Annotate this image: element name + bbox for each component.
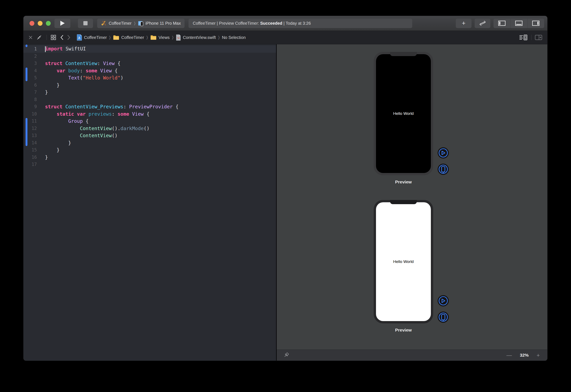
minimize-editor-button[interactable] xyxy=(36,35,42,40)
code-line-7[interactable]: 7} xyxy=(23,89,276,96)
forward-button[interactable] xyxy=(67,35,71,40)
toolbar: CoffeeTimer 〉 iPhone 11 Pro Max CoffeeTi… xyxy=(23,16,547,31)
toolbar-right-buttons: + xyxy=(456,19,544,28)
device-icon xyxy=(138,20,143,26)
close-icon xyxy=(29,35,33,40)
line-number[interactable]: 16 xyxy=(23,155,41,160)
preview-phone-dark[interactable]: Hello World xyxy=(374,52,433,175)
preview-screen-text: Hello World xyxy=(393,111,414,116)
close-window-button[interactable] xyxy=(30,21,34,26)
stop-button[interactable] xyxy=(78,19,93,28)
line-number[interactable]: 10 xyxy=(23,112,41,116)
line-number[interactable]: 1 xyxy=(23,46,41,52)
breadcrumb-item-no-selection[interactable]: No Selection xyxy=(222,35,245,40)
code-line-2[interactable]: 2 xyxy=(23,53,276,60)
scheme-device-label: iPhone 11 Pro Max xyxy=(146,21,181,26)
live-preview-play-icon xyxy=(438,148,449,158)
app-icon xyxy=(101,20,107,26)
line-number[interactable]: 2 xyxy=(23,54,41,59)
code-text: } xyxy=(41,147,60,153)
source-editor[interactable]: 1import SwiftUI23struct ContentView: Vie… xyxy=(23,44,276,361)
phone-notch xyxy=(390,52,417,56)
code-line-6[interactable]: 6 } xyxy=(23,82,276,89)
breadcrumb-item-contentview-swift[interactable]: ContentView.swift xyxy=(176,34,216,41)
breadcrumb-item-views[interactable]: Views xyxy=(150,35,170,40)
preview-on-device-button[interactable] xyxy=(437,164,449,175)
swift-file-icon xyxy=(176,34,181,41)
zoom-controls: — 32% + xyxy=(507,352,547,358)
panel-left-icon xyxy=(498,20,506,26)
editor-area: 1import SwiftUI23struct ContentView: Vie… xyxy=(23,44,547,361)
panel-bottom-icon xyxy=(515,20,523,26)
swap-editors-button[interactable] xyxy=(475,19,490,28)
line-number[interactable]: 8 xyxy=(23,97,41,102)
phone-notch xyxy=(390,200,417,204)
live-preview-button[interactable] xyxy=(437,147,449,159)
code-line-11[interactable]: 11 Group { xyxy=(23,118,276,125)
pin-icon xyxy=(283,352,290,359)
activity-status-bar[interactable]: CoffeeTimer | Preview CoffeeTimer: Succe… xyxy=(189,19,412,28)
library-add-button[interactable]: + xyxy=(456,19,471,28)
forward-icon xyxy=(67,35,71,40)
code-text: struct ContentView: View { xyxy=(41,61,120,66)
phone-screen: Hello World xyxy=(376,202,431,321)
preview-label: Preview xyxy=(374,180,433,184)
code-line-8[interactable]: 8 xyxy=(23,96,276,103)
add-editor-button[interactable] xyxy=(535,35,543,40)
window-controls xyxy=(30,21,51,26)
code-line-12[interactable]: 12 ContentView().darkMode() xyxy=(23,125,276,132)
line-number[interactable]: 6 xyxy=(23,83,41,88)
line-number[interactable]: 9 xyxy=(23,104,41,109)
code-line-9[interactable]: 9struct ContentView_Previews: PreviewPro… xyxy=(23,103,276,111)
change-bar xyxy=(26,118,28,146)
code-text: ContentView() xyxy=(41,133,118,138)
back-button[interactable] xyxy=(60,35,63,40)
preview-phone-light[interactable]: Hello World xyxy=(374,200,433,323)
line-number[interactable]: 17 xyxy=(23,162,41,167)
breadcrumb-item-coffeetimer[interactable]: CoffeeTimer xyxy=(113,35,144,40)
breadcrumb-separator: 〉 xyxy=(146,35,148,40)
code-line-14[interactable]: 14 } xyxy=(23,139,276,147)
add-icon: + xyxy=(462,20,466,26)
pin-preview-button[interactable] xyxy=(283,352,290,359)
zoom-window-button[interactable] xyxy=(46,21,51,26)
scheme-selector[interactable]: CoffeeTimer 〉 iPhone 11 Pro Max xyxy=(97,19,184,28)
code-line-15[interactable]: 15 } xyxy=(23,146,276,154)
live-preview-button[interactable] xyxy=(437,295,449,307)
code-line-1[interactable]: 1import SwiftUI xyxy=(23,45,276,53)
toggle-inspector-button[interactable] xyxy=(527,19,544,28)
folder-icon xyxy=(150,35,157,40)
preview-on-device-icon xyxy=(438,312,449,322)
code-line-5[interactable]: 5 Text("Hello World") xyxy=(23,74,276,82)
toggle-navigator-button[interactable] xyxy=(494,19,510,28)
breadcrumb-separator: 〉 xyxy=(109,35,111,40)
breadcrumb-label: CoffeeTimer xyxy=(84,35,107,40)
editor-options-button[interactable] xyxy=(519,34,528,41)
preview-on-device-button[interactable] xyxy=(437,311,449,323)
toggle-debug-area-button[interactable] xyxy=(510,19,527,28)
zoom-level: 32% xyxy=(520,353,529,358)
code-line-10[interactable]: 10 static var previews: some View { xyxy=(23,111,276,118)
breadcrumb-item-coffeetimer[interactable]: CoffeeTimer xyxy=(76,34,107,41)
zoom-out-button[interactable]: — xyxy=(507,352,512,358)
close-editor-button[interactable] xyxy=(29,35,33,40)
jumpbar-divider xyxy=(46,35,47,40)
code-line-16[interactable]: 16} xyxy=(23,154,276,161)
minimize-window-button[interactable] xyxy=(38,21,43,26)
zoom-in-button[interactable]: + xyxy=(537,352,540,358)
line-number[interactable]: 3 xyxy=(23,61,41,66)
code-line-3[interactable]: 3struct ContentView: View { xyxy=(23,60,276,67)
run-button[interactable] xyxy=(54,19,70,28)
canvas-bottom-bar: — 32% + xyxy=(277,350,547,361)
line-number[interactable]: 15 xyxy=(23,147,41,153)
line-number[interactable]: 7 xyxy=(23,90,41,95)
swap-editors-icon xyxy=(479,20,486,26)
code-line-4[interactable]: 4 var body: some View { xyxy=(23,67,276,74)
related-items-button[interactable] xyxy=(50,35,56,40)
play-icon xyxy=(60,20,65,26)
code-line-17[interactable]: 17 xyxy=(23,161,276,168)
code-text: } xyxy=(41,154,48,160)
code-line-13[interactable]: 13 ContentView() xyxy=(23,132,276,139)
back-icon xyxy=(60,35,63,40)
related-items-icon xyxy=(50,35,56,40)
